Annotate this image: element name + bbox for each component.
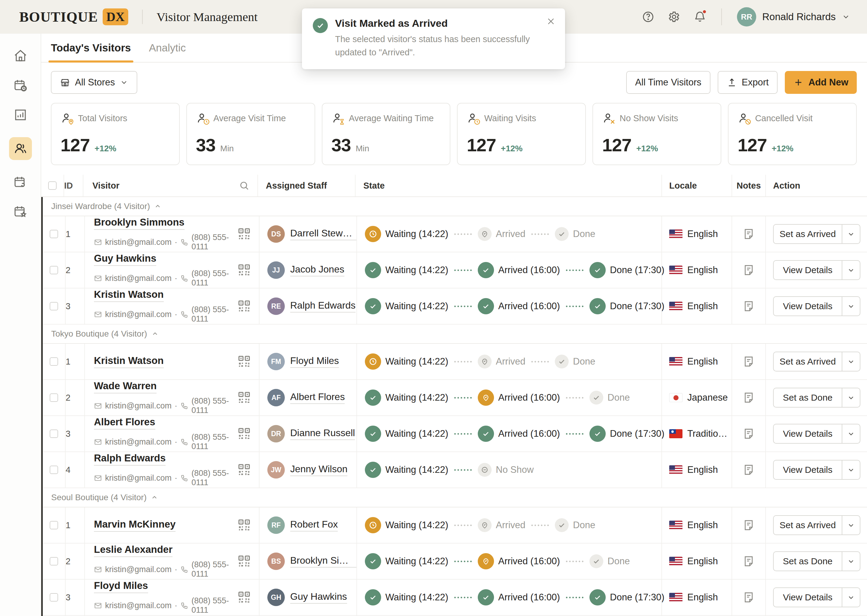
tab-analytic[interactable]: Analytic <box>149 34 186 62</box>
visitor-name-link[interactable]: Guy Hawkins <box>94 253 156 266</box>
gear-icon[interactable] <box>668 11 680 23</box>
visitor-name-link[interactable]: Leslie Alexander <box>94 544 172 557</box>
row-checkbox[interactable] <box>50 593 58 602</box>
row-checkbox[interactable] <box>50 357 58 366</box>
qr-code-icon[interactable] <box>237 263 251 277</box>
row-checkbox[interactable] <box>50 521 58 530</box>
select-all-checkbox[interactable] <box>48 181 57 190</box>
help-icon[interactable] <box>642 11 654 23</box>
visitor-name-link[interactable]: Wade Warren <box>94 380 156 393</box>
action-button[interactable]: Set as Arrived <box>773 515 842 535</box>
action-button[interactable]: View Details <box>773 424 842 444</box>
visitor-name-link[interactable]: Marvin McKinney <box>94 519 175 532</box>
action-dropdown-toggle[interactable] <box>842 515 861 535</box>
sidebar-item-call-bookings[interactable] <box>13 175 28 190</box>
qr-code-icon[interactable] <box>237 427 251 441</box>
note-icon[interactable] <box>742 264 755 276</box>
visitor-email: kristin@gmail.com <box>105 237 172 247</box>
action-dropdown-toggle[interactable] <box>842 424 861 444</box>
action-button[interactable]: Set as Done <box>773 388 842 407</box>
assigned-staff[interactable]: RFRobert Fox <box>267 517 338 534</box>
assigned-staff[interactable]: AFAlbert Flores <box>267 389 345 406</box>
note-icon[interactable] <box>742 428 755 440</box>
check-icon <box>365 390 381 406</box>
export-button[interactable]: Export <box>718 71 778 94</box>
visitor-name-link[interactable]: Kristin Watson <box>94 289 164 302</box>
note-icon[interactable] <box>742 464 755 476</box>
phone-icon <box>180 402 188 410</box>
user-menu[interactable]: RR Ronald Richards <box>737 7 850 27</box>
tab-todays-visitors[interactable]: Today's Visitors <box>51 34 131 62</box>
close-icon[interactable] <box>546 17 555 26</box>
search-icon[interactable] <box>239 180 249 191</box>
qr-code-icon[interactable] <box>237 554 251 568</box>
bell-icon[interactable] <box>694 11 706 23</box>
visitor-name-link[interactable]: Brooklyn Simmons <box>94 217 184 230</box>
assigned-staff[interactable]: JWJenny Wilson <box>267 461 347 479</box>
note-icon[interactable] <box>742 300 755 312</box>
assigned-staff[interactable]: GHGuy Hawkins <box>267 589 347 606</box>
row-checkbox[interactable] <box>50 230 58 238</box>
action-dropdown-toggle[interactable] <box>842 460 861 480</box>
note-icon[interactable] <box>742 355 755 368</box>
sidebar-item-home[interactable] <box>13 49 28 63</box>
sidebar-item-analytics[interactable] <box>13 108 28 122</box>
action-button[interactable]: View Details <box>773 296 842 316</box>
sidebar-item-favorites[interactable] <box>13 204 28 219</box>
group-header[interactable]: Seoul Boutique (4 Visitor) <box>43 488 867 508</box>
qr-code-icon[interactable] <box>237 518 251 532</box>
assigned-staff[interactable]: DRDianne Russell <box>267 425 355 442</box>
qr-code-icon[interactable] <box>237 227 251 241</box>
row-checkbox[interactable] <box>50 266 58 274</box>
note-icon[interactable] <box>742 519 755 531</box>
action-dropdown-toggle[interactable] <box>842 352 861 371</box>
action-button[interactable]: Set as Arrived <box>773 352 842 371</box>
note-icon[interactable] <box>742 391 755 404</box>
assigned-staff[interactable]: DSDarrell Steward <box>267 225 356 243</box>
qr-code-icon[interactable] <box>237 391 251 405</box>
sidebar-item-appointments[interactable] <box>13 78 28 93</box>
row-checkbox[interactable] <box>50 466 58 474</box>
qr-code-icon[interactable] <box>237 591 251 604</box>
action-dropdown-toggle[interactable] <box>842 296 861 316</box>
group-header[interactable]: Jinsei Wardrobe (4 Visitor) <box>43 197 867 216</box>
state-cell: Waiting (14:22)Arrived (16:00)Done <box>356 380 661 415</box>
visitor-name-link[interactable]: Ralph Edwards <box>94 453 166 466</box>
sidebar-item-visitors-active[interactable] <box>9 137 32 160</box>
assigned-staff[interactable]: BSBrooklyn Simm… <box>267 553 356 570</box>
note-icon[interactable] <box>742 591 755 603</box>
action-dropdown-toggle[interactable] <box>842 588 861 607</box>
row-checkbox[interactable] <box>50 557 58 566</box>
action-button[interactable]: View Details <box>773 260 842 280</box>
action-dropdown-toggle[interactable] <box>842 224 861 244</box>
row-checkbox[interactable] <box>50 393 58 402</box>
assigned-staff-cell: RERalph Edwards <box>259 288 356 324</box>
row-checkbox[interactable] <box>50 302 58 310</box>
group-header[interactable]: Tokyo Boutique (4 Visitor) <box>43 325 867 344</box>
store-filter-dropdown[interactable]: All Stores <box>51 71 137 94</box>
locale-label: English <box>687 229 718 239</box>
action-button[interactable]: Set as Done <box>773 552 842 571</box>
action-dropdown-toggle[interactable] <box>842 388 861 407</box>
visitor-name-link[interactable]: Kristin Watson <box>94 355 164 368</box>
action-dropdown-toggle[interactable] <box>842 552 861 571</box>
action-button[interactable]: View Details <box>773 460 842 480</box>
assigned-staff-cell: DRDianne Russell <box>259 416 356 451</box>
assigned-staff[interactable]: FMFloyd Miles <box>267 353 339 370</box>
action-button[interactable]: View Details <box>773 588 842 607</box>
visitor-name-link[interactable]: Floyd Miles <box>94 580 148 593</box>
qr-code-icon[interactable] <box>237 299 251 313</box>
state-step-pin: Arrived (16:00) <box>478 553 560 569</box>
row-checkbox[interactable] <box>50 429 58 438</box>
all-time-visitors-button[interactable]: All Time Visitors <box>626 71 711 94</box>
action-dropdown-toggle[interactable] <box>842 260 861 280</box>
add-new-button[interactable]: Add New <box>785 71 857 94</box>
assigned-staff[interactable]: RERalph Edwards <box>267 297 356 315</box>
visitor-name-link[interactable]: Albert Flores <box>94 416 155 429</box>
qr-code-icon[interactable] <box>237 463 251 477</box>
assigned-staff[interactable]: JJJacob Jones <box>267 261 344 279</box>
note-icon[interactable] <box>742 228 755 240</box>
action-button[interactable]: Set as Arrived <box>773 224 842 244</box>
note-icon[interactable] <box>742 555 755 567</box>
qr-code-icon[interactable] <box>237 355 251 368</box>
